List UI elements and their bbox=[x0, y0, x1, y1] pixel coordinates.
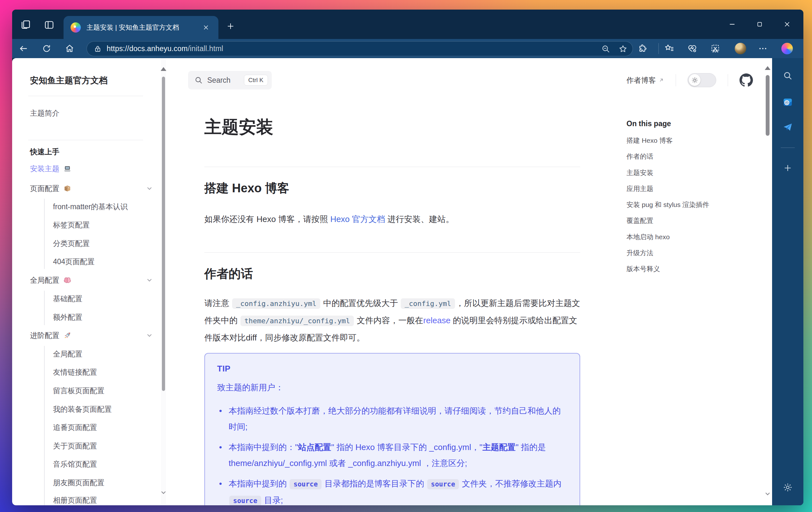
external-link-icon bbox=[659, 77, 664, 83]
web-capture-icon[interactable] bbox=[710, 41, 720, 56]
url-text: https://docs.anheyu.com/initall.html bbox=[107, 45, 223, 53]
home-button[interactable] bbox=[62, 41, 77, 56]
content-divider bbox=[204, 167, 580, 167]
toc-item[interactable]: 升级方法 bbox=[627, 249, 653, 257]
sidebar-item-category-page[interactable]: 分类页配置 bbox=[53, 237, 90, 250]
brain-icon bbox=[63, 276, 71, 284]
main-scrollbar-thumb[interactable] bbox=[766, 75, 770, 136]
scroll-down-arrow[interactable] bbox=[160, 489, 167, 496]
sidebar-item-message-board[interactable]: 留言板页面配置 bbox=[53, 384, 105, 397]
tip-bullet: 本指南经过数个版本打磨，绝大部分的功能都有详细说明，请仔细阅读，节约自己和他人的… bbox=[229, 403, 568, 435]
address-bar[interactable]: https://docs.anheyu.com/initall.html bbox=[87, 41, 633, 56]
sidebar-item-404-page[interactable]: 404页面配置 bbox=[53, 255, 94, 268]
toc-item[interactable]: 本地启动 hexo bbox=[627, 232, 670, 241]
browser-titlebar: 主题安装 | 安知鱼主题官方文档 bbox=[12, 9, 803, 39]
refresh-button[interactable] bbox=[39, 41, 54, 56]
package-icon bbox=[63, 184, 71, 193]
toc-title: On this page bbox=[627, 119, 671, 128]
sidebar-item-my-gear[interactable]: 我的装备页面配置 bbox=[53, 403, 112, 416]
toc-item[interactable]: 搭建 Hexo 博客 bbox=[627, 136, 673, 145]
profile-avatar[interactable] bbox=[735, 41, 746, 56]
sidebar-item-album-page[interactable]: 相册页面配置 bbox=[53, 494, 97, 505]
minimize-button[interactable] bbox=[719, 15, 746, 33]
desktop-wallpaper: 主题安装 | 安知鱼主题官方文档 bbox=[0, 0, 812, 512]
copilot-logo bbox=[781, 43, 793, 54]
back-button[interactable] bbox=[16, 41, 31, 56]
sidebar-indent-guide bbox=[44, 199, 45, 269]
toc-item[interactable]: 主题安装 bbox=[627, 168, 653, 177]
vertical-tabs-icon[interactable] bbox=[19, 18, 33, 32]
toc-item[interactable]: 覆盖配置 bbox=[627, 216, 653, 225]
author-blog-link[interactable]: 作者博客 bbox=[627, 75, 664, 85]
sidebar-group-advanced-config[interactable]: 进阶配置 bbox=[30, 329, 71, 342]
sidebar-item-anime-page[interactable]: 追番页面配置 bbox=[53, 421, 97, 434]
tab-close-icon[interactable] bbox=[201, 22, 211, 33]
sidebar-search-icon[interactable] bbox=[781, 69, 795, 83]
release-link[interactable]: release bbox=[424, 316, 451, 325]
sidebar-item-extra-config[interactable]: 额外配置 bbox=[53, 311, 82, 323]
sidebar-scrollbar-thumb[interactable] bbox=[162, 77, 165, 391]
sidebar-item-adv-global[interactable]: 全局配置 bbox=[53, 347, 82, 360]
lock-icon bbox=[94, 45, 102, 53]
favorite-star-icon[interactable] bbox=[618, 45, 628, 53]
toc-item[interactable]: 版本号释义 bbox=[627, 264, 660, 274]
browser-essentials-icon[interactable] bbox=[687, 41, 697, 56]
sidebar-item-install-theme[interactable]: 安装主题 bbox=[30, 162, 71, 175]
sidebar-item-tag-page[interactable]: 标签页配置 bbox=[53, 219, 90, 231]
toc-item[interactable]: 作者的话 bbox=[627, 152, 653, 161]
sidebar-group-global-config[interactable]: 全局配置 bbox=[30, 274, 71, 286]
sidebar-item-moments-page[interactable]: 朋友圈页面配置 bbox=[53, 476, 105, 489]
copilot-icon[interactable] bbox=[781, 41, 793, 56]
inline-code: source bbox=[427, 479, 459, 489]
scroll-up-arrow[interactable] bbox=[161, 67, 166, 71]
sidebar-item-basic-config[interactable]: 基础配置 bbox=[53, 292, 82, 305]
add-sidebar-app-icon[interactable] bbox=[781, 161, 795, 175]
browser-tab[interactable]: 主题安装 | 安知鱼主题官方文档 bbox=[63, 16, 219, 39]
scroll-up-arrow[interactable] bbox=[765, 66, 771, 70]
sidebar-item-front-matter[interactable]: front-matter的基本认识 bbox=[53, 200, 128, 213]
chevron-down-icon[interactable] bbox=[146, 332, 153, 339]
maximize-button[interactable] bbox=[746, 15, 773, 33]
laptop-icon bbox=[63, 165, 71, 173]
inline-code: source bbox=[290, 479, 322, 489]
github-icon[interactable] bbox=[740, 74, 753, 87]
outlook-icon[interactable] bbox=[781, 95, 795, 109]
more-menu-icon[interactable] bbox=[758, 41, 767, 56]
inline-code: _config.anzhiyu.yml bbox=[232, 298, 320, 309]
new-tab-button[interactable] bbox=[224, 19, 238, 33]
chevron-down-icon[interactable] bbox=[146, 276, 153, 284]
close-window-button[interactable] bbox=[773, 15, 801, 33]
sidebar-divider bbox=[28, 96, 143, 96]
url-host: https://docs.anheyu.com bbox=[107, 45, 188, 53]
scroll-down-arrow[interactable] bbox=[764, 490, 772, 497]
zoom-out-icon[interactable] bbox=[601, 45, 610, 53]
hexo-docs-link[interactable]: Hexo 官方文档 bbox=[330, 214, 385, 224]
header-divider bbox=[728, 74, 728, 86]
toc-item[interactable]: 安装 pug 和 stylus 渲染插件 bbox=[627, 200, 709, 209]
site-favicon bbox=[70, 22, 81, 33]
search-shortcut-badge: Ctrl K bbox=[244, 75, 268, 86]
favorites-bar-icon[interactable] bbox=[664, 41, 674, 56]
sidebar-item-intro[interactable]: 主题简介 bbox=[30, 107, 59, 119]
toc-item[interactable]: 应用主题 bbox=[627, 184, 653, 193]
sidebar-item-about-page[interactable]: 关于页面配置 bbox=[53, 439, 97, 452]
sidebar-group-page-config[interactable]: 页面配置 bbox=[30, 182, 71, 195]
settings-gear-icon[interactable] bbox=[781, 480, 795, 494]
theme-toggle[interactable] bbox=[688, 73, 716, 87]
inline-code: _config.yml bbox=[401, 298, 455, 309]
chevron-down-icon[interactable] bbox=[146, 184, 153, 192]
paragraph: 如果你还没有 Hexo 博客，请按照 Hexo 官方文档 进行安装、建站。 bbox=[204, 211, 581, 227]
extensions-icon[interactable] bbox=[638, 41, 647, 56]
site-title: 安知鱼主题官方文档 bbox=[30, 74, 108, 87]
inline-code: theme/anzhiyu/_config.yml bbox=[240, 316, 354, 326]
docs-page: 安知鱼主题官方文档 主题简介 快速上手 安装主题 页面配置 front-matt… bbox=[12, 58, 772, 505]
workspaces-icon[interactable] bbox=[42, 18, 56, 32]
drop-icon[interactable] bbox=[781, 120, 795, 134]
browser-toolbar: https://docs.anheyu.com/initall.html bbox=[12, 39, 803, 58]
sidebar-item-music-page[interactable]: 音乐馆页配置 bbox=[53, 458, 97, 471]
sidebar-item-friend-links[interactable]: 友情链接配置 bbox=[53, 366, 97, 378]
tip-callout: TIP 致主题的新用户： 本指南经过数个版本打磨，绝大部分的功能都有详细说明，请… bbox=[204, 353, 580, 505]
paragraph: 请注意 _config.anzhiyu.yml 中的配置优先级大于 _confi… bbox=[204, 295, 581, 346]
tip-bullet: 本指南中提到的："站点配置" 指的 Hexo 博客目录下的 _config.ym… bbox=[229, 439, 568, 471]
search-button[interactable]: Search Ctrl K bbox=[188, 71, 272, 89]
